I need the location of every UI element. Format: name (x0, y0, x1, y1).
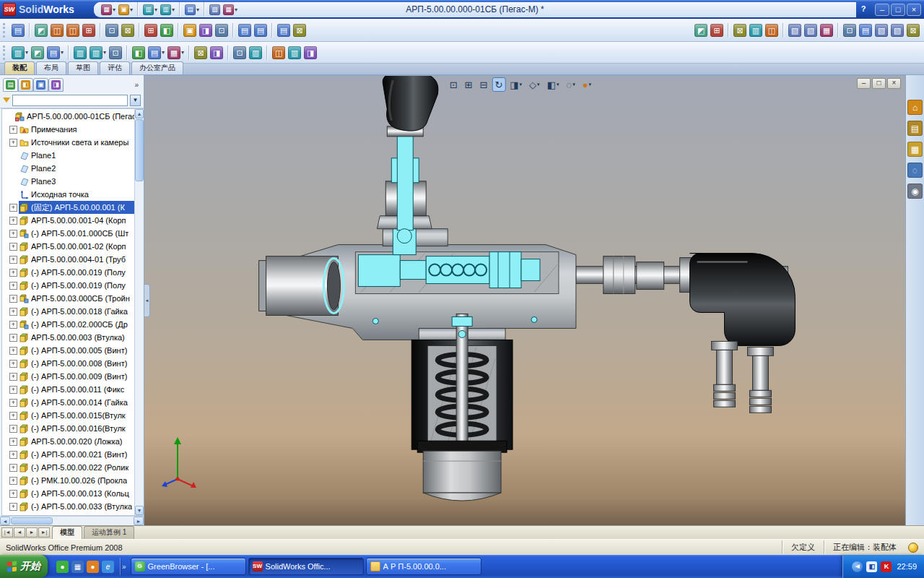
assemblyxpert-button[interactable]: ▥ (287, 44, 302, 61)
tree-item[interactable]: +(-) АРП-5.00.00.022 (Ролик (2, 461, 134, 474)
design-library-icon[interactable]: ▤ (907, 121, 923, 136)
panel-expand-chevron[interactable]: » (134, 81, 141, 89)
tree-item[interactable]: +(-) АРП-5.00.00.015(Втулк (2, 409, 134, 422)
zoom-to-area-button[interactable]: ⊞ (462, 77, 476, 92)
photoworks-button[interactable]: ▤ (858, 22, 873, 39)
filter-dropdown-button[interactable]: ▼ (130, 95, 141, 106)
dropdown-arrow-icon[interactable]: ▾ (172, 7, 175, 13)
expand-icon[interactable]: + (9, 451, 17, 459)
move-component-button[interactable]: ▥▾ (89, 44, 107, 61)
expand-icon[interactable]: + (9, 295, 17, 303)
toolbar-grip[interactable] (3, 46, 6, 60)
expand-icon[interactable]: + (9, 256, 17, 264)
panel-splitter-handle[interactable]: ◄ (144, 284, 150, 317)
media-player-icon[interactable]: ● (87, 561, 99, 573)
dropdown-arrow-icon[interactable]: ▾ (557, 82, 559, 87)
edrawings-button[interactable]: ▧ (874, 22, 889, 39)
scrollbar-track[interactable] (135, 182, 144, 506)
tree-item[interactable]: +(固定) АРП-5.00.00.001 (К (2, 201, 134, 214)
section-properties-button[interactable]: ⊡ (214, 22, 229, 39)
show-hidden-components-button[interactable]: ◧ (131, 44, 146, 61)
tree-item[interactable]: +(-) АРП-5.00.00.011 (Фикс (2, 383, 134, 396)
expand-icon[interactable]: + (9, 347, 17, 355)
tab-scroll-button-1[interactable]: ◄ (14, 527, 25, 538)
expand-icon[interactable]: + (9, 425, 17, 433)
dropdown-arrow-icon[interactable]: ▾ (25, 49, 28, 56)
expand-icon[interactable]: + (9, 126, 17, 134)
check-entity-button[interactable]: ▤ (237, 22, 252, 39)
tree-item[interactable]: +(-) АРП-5.00.00.005 (Винт) (2, 344, 134, 357)
undo-button[interactable]: ▤▾ (184, 1, 200, 18)
new-motion-study-button[interactable]: ⊠ (193, 44, 208, 61)
tab-scroll-button-3[interactable]: ►| (38, 527, 50, 538)
dropdown-arrow-icon[interactable]: ▾ (520, 82, 523, 87)
expand-icon[interactable]: + (9, 477, 17, 485)
apply-scene-button[interactable]: ▥ (749, 22, 763, 39)
file-properties-button[interactable]: ▦▾ (222, 1, 238, 18)
tree-item[interactable]: Plane1 (2, 149, 134, 162)
tree-item[interactable]: +(-) АРП-5.00.00.009 (Винт) (2, 370, 134, 383)
dropdown-arrow-icon[interactable]: ▾ (162, 49, 165, 56)
tab-scroll-button-0[interactable]: |◄ (1, 527, 13, 538)
design-table-button[interactable]: ⊞ (144, 22, 158, 39)
design-checker-button[interactable]: ▧ (890, 22, 905, 39)
taskbar-button-1[interactable]: SWSolidWorks Offic... (248, 558, 364, 575)
solidworks-resources-icon[interactable]: ⌂ (907, 100, 923, 115)
exploded-view-button[interactable]: ⊡ (232, 44, 247, 61)
quick-tips-icon[interactable] (908, 543, 918, 553)
help-button[interactable]: ? (856, 4, 871, 16)
show-desktop-icon[interactable]: ▦ (71, 561, 84, 573)
equations-button[interactable]: ⊡ (105, 22, 119, 39)
dimxpertmanager-tab[interactable]: ◨ (48, 78, 64, 92)
view-orientation-button[interactable]: ◇▾ (526, 77, 543, 92)
simulationxpress-button[interactable]: ▧ (803, 22, 818, 39)
tree-item[interactable]: +АРП-5.00.00.003 (Втулка) (2, 331, 134, 344)
document-tab-0[interactable]: 模型 (52, 526, 82, 539)
linear-component-pattern-button[interactable]: ▤▾ (46, 44, 64, 61)
view-palette-button[interactable]: ⊞ (710, 22, 724, 39)
expand-icon[interactable]: + (9, 464, 17, 472)
taskbar-button-2[interactable]: А Р П-5.00.00.0... (366, 558, 481, 575)
expand-icon[interactable]: + (9, 399, 17, 407)
hidden-icons-icon[interactable]: ◀ (852, 561, 863, 572)
internet-explorer-icon[interactable]: e (102, 561, 114, 573)
macro-record-button[interactable]: ▧ (209, 1, 221, 18)
dropdown-arrow-icon[interactable]: ▾ (235, 7, 237, 13)
tree-item[interactable]: +АРП-5.00.00.004-01 (Труб (2, 253, 134, 266)
expand-icon[interactable]: + (9, 269, 17, 277)
propertymanager-tab[interactable]: ◧ (18, 78, 33, 92)
dropdown-arrow-icon[interactable]: ▾ (61, 49, 64, 56)
minimize-button[interactable]: – (875, 4, 889, 16)
start-button[interactable]: 开始 (0, 555, 48, 578)
tree-item[interactable]: +(-) АРП-5.00.00.018 (Гайка (2, 305, 134, 318)
large-assembly-mode-button[interactable]: ◨ (303, 44, 318, 61)
dropdown-arrow-icon[interactable]: ▾ (537, 82, 540, 87)
explode-line-sketch-button[interactable]: ▥ (248, 44, 263, 61)
file-explorer-icon[interactable]: ▦ (907, 142, 923, 157)
scroll-left-button[interactable]: ◄ (0, 517, 10, 525)
section-view-button[interactable]: ◨▾ (507, 77, 525, 92)
task-scheduler-button[interactable]: ⊠ (906, 22, 920, 39)
green-browser-quick-icon[interactable]: ● (56, 561, 69, 573)
document-tab-1[interactable]: 运动算例 1 (84, 526, 134, 539)
dimension-button[interactable]: ◫ (50, 22, 64, 39)
command-tab-3[interactable]: 评估 (100, 61, 130, 74)
scroll-up-button[interactable]: ▲ (135, 109, 144, 118)
dropdown-arrow-icon[interactable]: ▾ (113, 7, 116, 13)
expand-icon[interactable]: + (9, 490, 17, 498)
toolbox-button[interactable]: ⊡ (842, 22, 857, 39)
tree-item[interactable]: АРП-5.00.00.000-01СБ (Пегас-М (2, 110, 134, 123)
rotate-view-button[interactable]: ↻ (492, 77, 505, 92)
tree-item[interactable]: +AПримечания (2, 123, 134, 136)
taskbar-button-0[interactable]: GGreenBrowser - [... (131, 558, 246, 575)
tray-clock[interactable]: 22:59 (897, 562, 917, 571)
scroll-down-button[interactable]: ▼ (135, 506, 144, 515)
reference-geometry-button[interactable]: ▦▾ (167, 44, 185, 61)
expand-icon[interactable]: + (9, 243, 17, 251)
tree-item[interactable]: +(-) АРП-5.00.00.008 (Винт) (2, 357, 134, 370)
language-icon[interactable]: ◧ (866, 561, 877, 572)
scrollbar-track[interactable] (53, 517, 134, 525)
tree-item[interactable]: +Источники света и камеры (2, 136, 134, 149)
save-button[interactable]: ▥▾ (142, 1, 158, 18)
edit-decal-button[interactable]: ◫ (764, 22, 779, 39)
